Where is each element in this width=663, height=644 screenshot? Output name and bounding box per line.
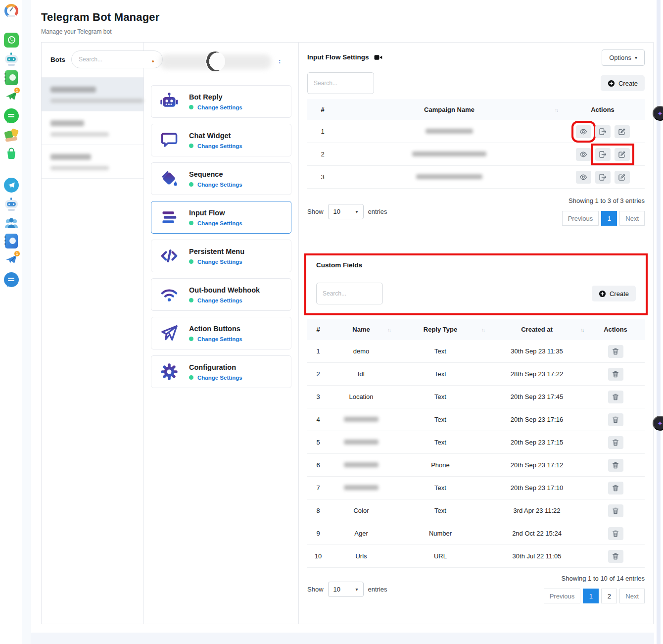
change-settings-link[interactable]: Change Settings: [197, 336, 242, 342]
edit-button[interactable]: [615, 171, 630, 184]
notification-badge: 1: [14, 250, 20, 257]
previous-page-button[interactable]: Previous: [544, 589, 581, 603]
created-at: 30th Sep 23 11:35: [487, 347, 586, 355]
next-page-button[interactable]: Next: [619, 589, 645, 603]
robot-icon: [158, 91, 180, 112]
delete-button[interactable]: [608, 482, 623, 495]
video-camera-icon: [374, 54, 382, 61]
created-at: 30th Jul 22 11:05: [487, 552, 586, 560]
contact-book-blue-icon[interactable]: [3, 233, 19, 248]
column-header[interactable]: Campaign Name ↑↓: [338, 106, 561, 113]
delete-button[interactable]: [608, 550, 623, 563]
show-label: Show: [307, 208, 324, 215]
menu-item-bot-reply[interactable]: Bot Reply Change Settings: [151, 85, 291, 118]
menu-item-outbound-webhook[interactable]: Out-bound Webhook Change Settings: [151, 278, 291, 311]
column-header[interactable]: Reply Type↑↓: [393, 326, 487, 333]
export-button[interactable]: [595, 148, 611, 161]
whatsapp-icon[interactable]: [3, 32, 19, 48]
section-title: Input Flow Settings: [307, 53, 369, 61]
delete-button[interactable]: [608, 459, 623, 472]
status-dot: [189, 182, 193, 187]
campaign-plane-blue-icon[interactable]: 1: [3, 252, 19, 267]
delete-button[interactable]: [608, 391, 623, 403]
delete-button[interactable]: [608, 436, 623, 449]
bot-list-item[interactable]: [42, 111, 143, 145]
sort-icon[interactable]: ↑↓: [555, 107, 558, 112]
menu-item-title: Configuration: [189, 363, 242, 371]
field-name: Ager: [329, 530, 393, 537]
view-button[interactable]: [576, 148, 591, 161]
delete-button[interactable]: [608, 368, 623, 381]
robot-teal-icon[interactable]: [3, 51, 19, 66]
view-button[interactable]: [576, 171, 591, 184]
input-flow-search-input[interactable]: [307, 72, 374, 94]
plus-circle-icon: [599, 290, 606, 297]
page-size-select[interactable]: 10▾: [328, 204, 364, 219]
export-button[interactable]: [595, 171, 611, 184]
page-size-select[interactable]: 10▾: [328, 582, 364, 597]
delete-button[interactable]: [608, 504, 623, 517]
column-header[interactable]: Created at↑↓: [487, 326, 586, 333]
integration-puzzle-icon[interactable]: [3, 127, 19, 142]
delete-button[interactable]: [608, 345, 623, 358]
menu-item-persistent-menu[interactable]: Persistent Menu Change Settings: [151, 240, 291, 272]
edit-button[interactable]: [615, 148, 630, 161]
menu-item-configuration[interactable]: Configuration Change Settings: [151, 355, 291, 388]
column-header: #: [307, 106, 338, 113]
table-row: 6 Phone 20th Sep 23 17:12: [307, 454, 645, 477]
speedometer-icon[interactable]: [3, 3, 19, 18]
options-button[interactable]: Options ▾: [602, 50, 645, 66]
chat-blue-icon[interactable]: [3, 272, 19, 287]
page-button[interactable]: 1: [601, 211, 617, 226]
change-settings-link[interactable]: Change Settings: [197, 375, 242, 381]
entries-label: entries: [368, 208, 387, 215]
edit-button[interactable]: [615, 125, 630, 138]
robot-blue-icon[interactable]: [3, 196, 19, 211]
create-custom-field-button[interactable]: Create: [592, 286, 636, 301]
sort-icon[interactable]: ↑↓: [580, 327, 583, 332]
sort-icon[interactable]: ↑↓: [481, 327, 484, 332]
next-page-button[interactable]: Next: [619, 211, 645, 226]
shopping-bag-icon[interactable]: [3, 146, 19, 161]
team-blue-icon[interactable]: [3, 215, 19, 231]
row-number: 1: [307, 128, 338, 135]
create-input-flow-button[interactable]: Create: [601, 75, 645, 91]
menu-item-title: Persistent Menu: [189, 248, 244, 255]
page-button[interactable]: 2: [601, 589, 617, 603]
list-bars-icon: [158, 206, 180, 228]
field-name: [329, 484, 393, 492]
entries-summary: Showing 1 to 10 of 14 entries: [562, 575, 645, 582]
change-settings-link[interactable]: Change Settings: [197, 220, 242, 226]
bot-list-item[interactable]: [42, 78, 143, 111]
telegram-icon[interactable]: [3, 177, 19, 193]
menu-item-action-buttons[interactable]: Action Buttons Change Settings: [151, 317, 291, 349]
table-row: 9 Ager Number 2nd Oct 22 15:24: [307, 522, 645, 545]
chat-green-icon[interactable]: [3, 108, 19, 123]
view-button[interactable]: [576, 125, 591, 138]
delete-button[interactable]: [608, 413, 623, 426]
column-header[interactable]: Name↑↓: [329, 326, 393, 333]
delete-button[interactable]: [608, 527, 623, 540]
status-dot: [189, 259, 193, 264]
page-button[interactable]: 1: [583, 589, 599, 603]
change-settings-link[interactable]: Change Settings: [197, 104, 242, 110]
change-settings-link[interactable]: Change Settings: [197, 143, 242, 149]
page-title: Telegram Bot Manager: [41, 11, 654, 24]
export-button[interactable]: [595, 125, 611, 138]
change-settings-link[interactable]: Change Settings: [197, 182, 242, 188]
contact-book-green-icon[interactable]: [3, 70, 19, 85]
sort-icon[interactable]: ↑↓: [387, 327, 390, 332]
change-settings-link[interactable]: Change Settings: [197, 259, 242, 265]
change-settings-link[interactable]: Change Settings: [197, 297, 242, 303]
status-dot: [189, 298, 193, 302]
menu-item-input-flow[interactable]: Input Flow Change Settings: [151, 201, 291, 234]
field-name: Urls: [329, 552, 393, 560]
previous-page-button[interactable]: Previous: [562, 211, 599, 226]
menu-item-sequence[interactable]: Sequence Change Settings: [151, 162, 291, 195]
campaign-plane-green-icon[interactable]: 1: [3, 89, 19, 104]
custom-fields-search-input[interactable]: [316, 283, 383, 304]
input-flow-table: # Campaign Name ↑↓ Actions 1: [307, 99, 645, 189]
bot-list-item[interactable]: [42, 145, 143, 179]
scrollbar[interactable]: [657, 0, 661, 644]
menu-item-chat-widget[interactable]: Chat Widget Change Settings: [151, 124, 291, 156]
